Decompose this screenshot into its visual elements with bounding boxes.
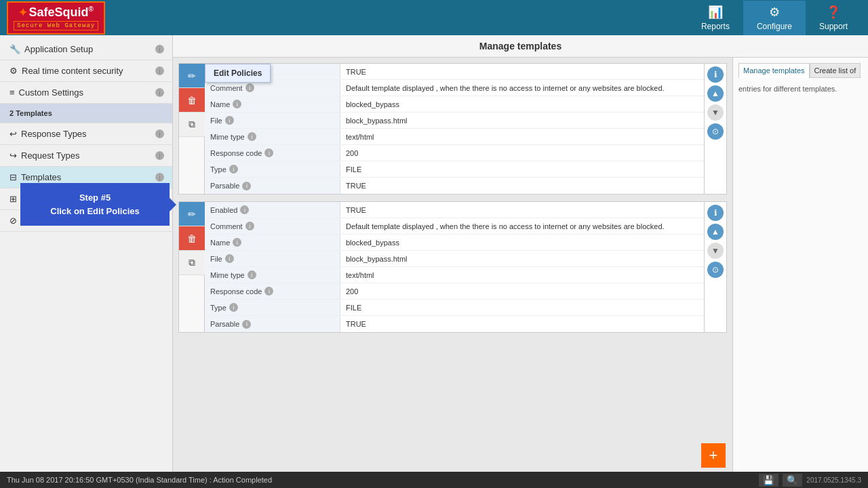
- info-icon-request-types[interactable]: i: [155, 151, 164, 160]
- parsable-label-2: Parsable i: [205, 316, 340, 332]
- search-icon-btn[interactable]: 🔍: [783, 474, 802, 487]
- template-2-actions: ✏ 🗑 ⧉: [179, 202, 205, 332]
- sidebar-label-real-time-content: Real time content security: [22, 66, 123, 76]
- copy-button-1[interactable]: ⧉: [179, 113, 205, 137]
- mimetype-row-2: Mime type i text/html: [205, 267, 704, 283]
- file-info-1[interactable]: i: [225, 116, 234, 125]
- settings-btn-2[interactable]: ⊙: [707, 262, 724, 278]
- request-types-icon: ↪: [9, 150, 17, 161]
- sidebar-item-response-types[interactable]: ↩ Response Types i: [0, 123, 172, 145]
- name-label-1: Name i: [205, 96, 340, 112]
- down-btn-2[interactable]: ▼: [707, 243, 724, 259]
- mimetype-info-2[interactable]: i: [248, 270, 256, 279]
- delete-button-2[interactable]: 🗑: [179, 226, 205, 251]
- template-2-side-controls: ℹ ▲ ▼ ⊙: [704, 202, 726, 332]
- version-text: 2017.0525.1345.3: [806, 476, 861, 484]
- reports-button[interactable]: 📊 Reports: [688, 1, 743, 35]
- page-header: Manage templates: [173, 35, 868, 58]
- right-tab-manage[interactable]: Manage templates: [738, 63, 810, 78]
- add-template-button[interactable]: +: [701, 443, 726, 468]
- delete-button-1[interactable]: 🗑: [179, 88, 205, 113]
- mimetype-info-1[interactable]: i: [248, 132, 256, 141]
- comment-info-2[interactable]: i: [245, 222, 254, 230]
- responsecode-value-1: 200: [340, 145, 704, 161]
- save-icon-btn[interactable]: 💾: [759, 474, 778, 487]
- responsecode-info-1[interactable]: i: [264, 148, 273, 157]
- sidebar-item-application-setup[interactable]: 🔧 Application Setup i: [0, 39, 172, 60]
- support-icon: ❓: [826, 5, 841, 20]
- name-row-2: Name i blocked_bypass: [205, 235, 704, 251]
- comment-value-1: Default template displayed , when the th…: [340, 80, 704, 96]
- configure-button[interactable]: ⚙ Configure: [743, 1, 806, 35]
- step-tooltip: Step #5 Click on Edit Policies: [20, 183, 170, 226]
- up-btn-2[interactable]: ▲: [707, 224, 724, 240]
- responsecode-label-2: Response code i: [205, 283, 340, 299]
- edit-button-1[interactable]: ✏: [179, 64, 205, 88]
- info-icon-custom-settings[interactable]: i: [155, 88, 164, 97]
- parsable-info-1[interactable]: i: [242, 182, 251, 190]
- down-btn-1[interactable]: ▼: [707, 104, 724, 121]
- type-info-1[interactable]: i: [229, 165, 238, 174]
- file-label-2: File i: [205, 251, 340, 266]
- parsable-value-2: TRUE: [340, 316, 704, 332]
- copy-button-2[interactable]: ⧉: [179, 251, 205, 275]
- template-2-data: Enabled i TRUE Comment i Default templat…: [205, 202, 704, 332]
- main-content: Edit Policies ✏ 🗑 ⧉ Enabled i: [173, 58, 868, 472]
- info-icon-response-types[interactable]: i: [155, 129, 164, 138]
- page-title: Manage templates: [479, 41, 561, 52]
- mimetype-value-1: text/html: [340, 129, 704, 144]
- sidebar-item-real-time-content[interactable]: ⚙ Real time content security i: [0, 60, 172, 82]
- info-icon-application-setup[interactable]: i: [155, 45, 164, 54]
- parsable-value-1: TRUE: [340, 178, 704, 194]
- parsable-info-2[interactable]: i: [242, 320, 251, 329]
- responsecode-info-2[interactable]: i: [264, 287, 273, 296]
- right-tab-create[interactable]: Create list of: [810, 63, 861, 78]
- type-value-2: FILE: [340, 300, 704, 315]
- restriction-policies-icon: ⊘: [9, 216, 17, 226]
- real-time-content-icon: ⚙: [9, 66, 18, 76]
- templates-icon: ⊟: [9, 172, 17, 182]
- type-label-2: Type i: [205, 300, 340, 315]
- comment-info-1[interactable]: i: [245, 83, 254, 92]
- type-label-1: Type i: [205, 161, 340, 177]
- configure-icon: ⚙: [769, 5, 780, 20]
- info-icon-real-time-content[interactable]: i: [155, 66, 164, 75]
- type-info-2[interactable]: i: [229, 303, 238, 312]
- right-panel: Manage templates Create list of entries …: [732, 58, 868, 472]
- template-1-actions: ✏ 🗑 ⧉: [179, 64, 205, 194]
- info-btn-1[interactable]: ℹ: [707, 66, 724, 83]
- sidebar-label-application-setup: Application Setup: [24, 44, 93, 54]
- logo-box: ✦ SafeSquid® Secure Web Gateway: [7, 1, 105, 35]
- support-button[interactable]: ❓ Support: [806, 1, 861, 35]
- file-row-2: File i block_bypass.html: [205, 251, 704, 267]
- settings-btn-1[interactable]: ⊙: [707, 123, 724, 140]
- template-block-2: ✏ 🗑 ⧉ Enabled i TRUE: [178, 201, 727, 333]
- comment-row-2: Comment i Default template displayed , w…: [205, 218, 704, 235]
- responsecode-row-2: Response code i 200: [205, 283, 704, 300]
- type-row-2: Type i FILE: [205, 300, 704, 316]
- name-value-2: blocked_bypass: [340, 235, 704, 250]
- enabled-value-1: TRUE: [340, 64, 704, 79]
- info-btn-2[interactable]: ℹ: [707, 205, 724, 221]
- sidebar-item-custom-settings[interactable]: ≡ Custom Settings i: [0, 82, 172, 104]
- file-info-2[interactable]: i: [225, 254, 234, 263]
- info-icon-templates[interactable]: i: [155, 173, 164, 182]
- file-value-2: block_bypass.html: [340, 251, 704, 266]
- type-row-1: Type i FILE: [205, 161, 704, 178]
- top-navigation: ✦ SafeSquid® Secure Web Gateway 📊 Report…: [0, 0, 868, 35]
- sidebar-item-request-types[interactable]: ↪ Request Types i: [0, 145, 172, 167]
- reports-label: Reports: [701, 22, 730, 31]
- up-btn-1[interactable]: ▲: [707, 85, 724, 102]
- file-value-1: block_bypass.html: [340, 113, 704, 128]
- name-info-2[interactable]: i: [233, 238, 241, 247]
- type-value-1: FILE: [340, 161, 704, 177]
- application-setup-icon: 🔧: [9, 44, 20, 54]
- parsable-row-1: Parsable i TRUE: [205, 178, 704, 194]
- name-info-1[interactable]: i: [233, 100, 241, 108]
- enabled-info-2[interactable]: i: [240, 205, 249, 214]
- parsable-label-1: Parsable i: [205, 178, 340, 194]
- app-subtitle: Secure Web Gateway: [14, 21, 98, 30]
- bottom-bar: Thu Jun 08 2017 20:16:50 GMT+0530 (India…: [0, 472, 868, 488]
- sidebar-label-templates: Templates: [21, 172, 61, 182]
- tables-area: Edit Policies ✏ 🗑 ⧉ Enabled i: [173, 58, 732, 472]
